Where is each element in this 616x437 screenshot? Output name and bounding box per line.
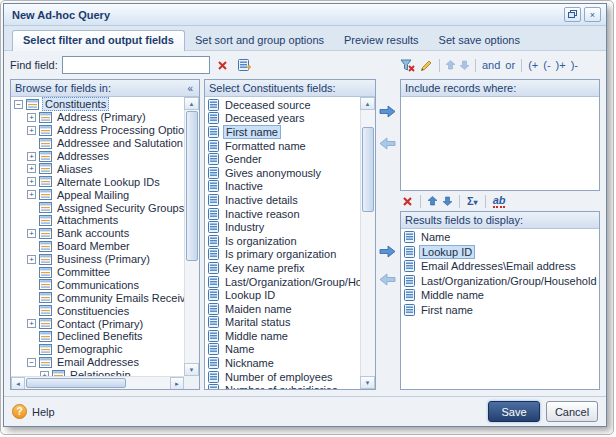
- list-item[interactable]: Gives anonymously: [205, 166, 360, 180]
- list-item[interactable]: Email Addresses\Email address: [401, 259, 599, 274]
- group-close-plus-button[interactable]: )+: [556, 59, 566, 71]
- group-open-minus-button[interactable]: (-: [543, 59, 550, 71]
- criteria-move-up-icon[interactable]: [446, 60, 455, 70]
- list-item[interactable]: Lookup ID: [401, 245, 599, 260]
- results-move-down-icon[interactable]: [443, 196, 452, 206]
- tree-item[interactable]: Community Emails Received: [11, 291, 184, 304]
- expand-box-icon[interactable]: +: [27, 177, 36, 186]
- tree-item[interactable]: Committee: [11, 266, 184, 279]
- group-close-minus-button[interactable]: )-: [571, 59, 578, 71]
- list-item[interactable]: Lookup ID: [205, 288, 360, 302]
- list-item[interactable]: Middle name: [401, 288, 599, 303]
- cancel-button[interactable]: Cancel: [546, 401, 598, 422]
- scroll-down-button[interactable]: ▼: [360, 376, 375, 389]
- list-item[interactable]: Inactive details: [205, 193, 360, 207]
- scrollbar-thumb[interactable]: [362, 127, 374, 212]
- remove-output-field-icon[interactable]: [379, 273, 396, 286]
- scrollbar-thumb[interactable]: [26, 378, 126, 388]
- collapse-box-icon[interactable]: −: [14, 100, 23, 109]
- tree-item[interactable]: +Aliases: [11, 162, 184, 175]
- tree-item[interactable]: +Addresses: [11, 150, 184, 163]
- list-item[interactable]: Inactive reason: [205, 207, 360, 221]
- include-records-area[interactable]: [401, 97, 599, 190]
- expand-box-icon[interactable]: +: [27, 164, 36, 173]
- list-item[interactable]: Deceased years: [205, 112, 360, 126]
- expand-box-icon[interactable]: +: [27, 126, 36, 135]
- tree-item[interactable]: +Alternate Lookup IDs: [11, 175, 184, 188]
- help-icon[interactable]: ?: [12, 404, 27, 419]
- delete-filter-icon[interactable]: [400, 59, 415, 72]
- tree-item[interactable]: +Address (Primary): [11, 111, 184, 124]
- tree-horizontal-scrollbar[interactable]: ◄ ►: [11, 376, 184, 389]
- tree-item[interactable]: +Contact (Primary): [11, 317, 184, 330]
- delete-field-icon[interactable]: [402, 196, 413, 207]
- expand-box-icon[interactable]: +: [27, 113, 36, 122]
- tree-vertical-scrollbar[interactable]: ▲ ▼: [184, 97, 199, 376]
- scroll-up-button[interactable]: ▲: [360, 97, 375, 110]
- help-link[interactable]: Help: [32, 406, 55, 418]
- results-move-up-icon[interactable]: [428, 196, 437, 206]
- list-item[interactable]: Last/Organization/Group/Household name: [401, 274, 599, 289]
- tree-item[interactable]: Communications: [11, 278, 184, 291]
- find-field-icon[interactable]: [236, 56, 254, 74]
- scroll-left-button[interactable]: ◄: [11, 377, 25, 389]
- tree-item[interactable]: Demographic: [11, 343, 184, 356]
- list-item[interactable]: Number of subsidiaries: [205, 383, 360, 389]
- tree-item[interactable]: Declined Benefits: [11, 330, 184, 343]
- list-item[interactable]: Last/Organization/Group/Household name: [205, 275, 360, 289]
- add-output-field-icon[interactable]: [379, 245, 396, 258]
- list-item[interactable]: Deceased source: [205, 98, 360, 112]
- tab-set-save-options[interactable]: Set save options: [429, 31, 530, 50]
- collapse-panel-button[interactable]: «: [185, 83, 195, 94]
- list-item[interactable]: First name: [205, 125, 360, 139]
- collapse-box-icon[interactable]: −: [27, 358, 36, 367]
- list-item[interactable]: Is organization: [205, 234, 360, 248]
- expand-box-icon[interactable]: +: [27, 229, 36, 238]
- list-item[interactable]: Gender: [205, 152, 360, 166]
- close-button[interactable]: ×: [584, 7, 601, 22]
- tree-item[interactable]: +Bank accounts: [11, 227, 184, 240]
- scrollbar-thumb[interactable]: [186, 111, 198, 261]
- clear-find-icon[interactable]: [214, 56, 232, 74]
- tree-item[interactable]: Assigned Security Groups: [11, 201, 184, 214]
- list-item[interactable]: Industry: [205, 220, 360, 234]
- restore-button[interactable]: [564, 7, 581, 22]
- list-item[interactable]: Is primary organization: [205, 248, 360, 262]
- list-item[interactable]: Name: [401, 230, 599, 245]
- save-button[interactable]: Save: [488, 401, 540, 422]
- tree-item[interactable]: +Business (Primary): [11, 253, 184, 266]
- tree-item[interactable]: +Relationship: [11, 369, 184, 376]
- list-item[interactable]: Marital status: [205, 316, 360, 330]
- list-item[interactable]: First name: [401, 303, 599, 318]
- list-item[interactable]: Inactive: [205, 180, 360, 194]
- expand-box-icon[interactable]: +: [27, 319, 36, 328]
- tab-select-filter-and-output-fields[interactable]: Select filter and output fields: [12, 30, 185, 51]
- add-filter-field-icon[interactable]: [379, 105, 396, 118]
- tree-item[interactable]: +Appeal Mailing: [11, 188, 184, 201]
- tab-preview-results[interactable]: Preview results: [334, 31, 429, 50]
- tree-item[interactable]: +Address Processing Options: [11, 124, 184, 137]
- edit-filter-icon[interactable]: [420, 59, 433, 72]
- criteria-move-down-icon[interactable]: [460, 60, 469, 70]
- list-item[interactable]: Nickname: [205, 356, 360, 370]
- list-item[interactable]: Maiden name: [205, 302, 360, 316]
- list-item[interactable]: Key name prefix: [205, 261, 360, 275]
- edit-label-icon[interactable]: ab: [493, 194, 506, 208]
- fields-vertical-scrollbar[interactable]: ▲ ▼: [360, 97, 375, 389]
- tree-item[interactable]: Addressee and Salutation: [11, 137, 184, 150]
- list-item[interactable]: Number of employees: [205, 370, 360, 384]
- list-item[interactable]: Middle name: [205, 329, 360, 343]
- find-field-input[interactable]: [62, 56, 210, 74]
- tree-item[interactable]: Board Member: [11, 240, 184, 253]
- list-item[interactable]: Name: [205, 343, 360, 357]
- tree-item[interactable]: −Email Addresses: [11, 356, 184, 369]
- tree-item[interactable]: Attachments: [11, 214, 184, 227]
- summarize-icon[interactable]: Σ▾: [467, 195, 478, 207]
- or-button[interactable]: or: [505, 59, 515, 71]
- expand-box-icon[interactable]: +: [27, 152, 36, 161]
- group-open-plus-button[interactable]: (+: [528, 59, 538, 71]
- tree-item[interactable]: −Constituents: [11, 98, 184, 111]
- expand-box-icon[interactable]: +: [27, 190, 36, 199]
- tree-item[interactable]: Constituencies: [11, 304, 184, 317]
- expand-box-icon[interactable]: +: [27, 255, 36, 264]
